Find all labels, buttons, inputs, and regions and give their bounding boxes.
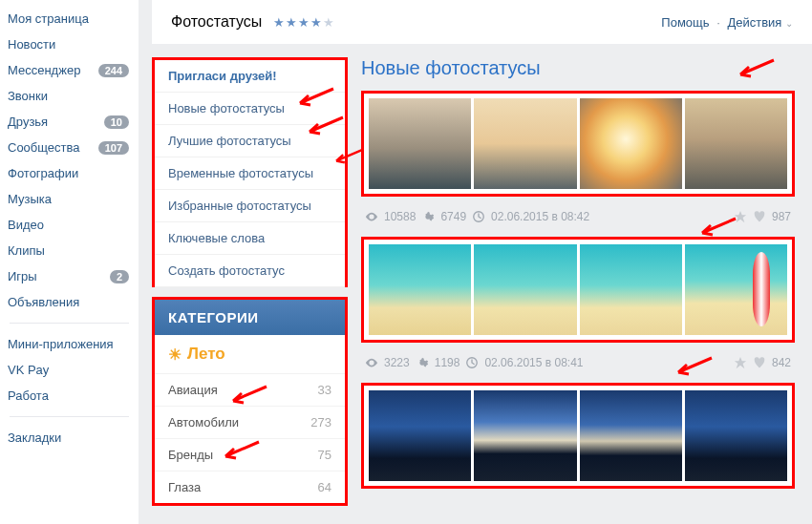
chevron-down-icon: ⌄: [785, 18, 793, 29]
nav-item[interactable]: Фотографии: [0, 160, 139, 186]
nav-item[interactable]: Закладки: [0, 425, 139, 451]
nav-item[interactable]: Мини-приложения: [0, 331, 139, 357]
nav-item-label: Объявления: [8, 295, 79, 309]
eye-icon: [365, 356, 378, 369]
photostatus-card[interactable]: [361, 237, 795, 343]
category-name: Автомобили: [168, 415, 239, 430]
sidebar-link[interactable]: Новые фотостатусы: [155, 93, 345, 125]
nav-item-label: VK Pay: [8, 363, 49, 377]
nav-badge: 2: [110, 270, 129, 283]
sidebar-link[interactable]: Создать фотостатус: [155, 255, 345, 287]
category-count: 64: [318, 480, 331, 494]
nav-item-label: Музыка: [8, 192, 52, 206]
nav-badge: 10: [104, 115, 129, 129]
photostatus-card[interactable]: [361, 91, 795, 197]
photostatus-card[interactable]: [361, 383, 795, 489]
nav-divider: [10, 323, 129, 324]
sidebar-link[interactable]: Избранные фотостатусы: [155, 190, 345, 222]
category-count: 33: [318, 383, 331, 397]
card-meta: 3223 1198 02.06.2015 в 08:41 842: [361, 348, 795, 383]
category-row[interactable]: Глаза64: [155, 471, 345, 503]
nav-item-label: Мини-приложения: [8, 337, 114, 351]
nav-item[interactable]: Клипы: [0, 238, 139, 263]
category-count: 75: [318, 448, 331, 462]
nav-item-label: Сообщества: [8, 140, 80, 155]
clock-icon: [465, 356, 479, 369]
category-row[interactable]: Бренды75: [155, 438, 345, 471]
nav-item[interactable]: Объявления: [0, 289, 139, 315]
sun-icon: ☀: [168, 346, 182, 364]
nav-item-label: Фотографии: [8, 166, 78, 180]
nav-badge: 107: [98, 141, 129, 155]
gears-count: 1198: [435, 356, 460, 369]
photostatus-image: [369, 390, 787, 481]
nav-item-label: Моя страница: [8, 11, 89, 26]
nav-badge: 244: [98, 64, 129, 77]
nav-item-label: Мессенджер: [8, 63, 80, 77]
category-name: Глаза: [168, 480, 201, 494]
left-nav: Моя страницаНовостиМессенджер244ЗвонкиДр…: [0, 0, 139, 524]
nav-item[interactable]: Сообщества107: [0, 135, 139, 160]
nav-item-label: Работа: [8, 388, 49, 403]
card-meta: 10588 6749 02.06.2015 в 08:42 987: [361, 202, 795, 237]
app-header: Фотостатусы ★★★★★ Помощь · Действия ⌄: [152, 0, 812, 44]
star-icon[interactable]: [734, 210, 747, 223]
photostatus-image: [369, 98, 787, 189]
nav-item[interactable]: Звонки: [0, 83, 139, 109]
date-text: 02.06.2015 в 08:41: [484, 356, 583, 369]
likes-count: 842: [772, 356, 791, 369]
category-row[interactable]: Авиация33: [155, 373, 345, 406]
heart-icon[interactable]: [753, 356, 766, 369]
heart-icon[interactable]: [753, 210, 766, 223]
nav-divider: [10, 416, 129, 417]
gears-count: 6749: [440, 210, 466, 223]
sidebar-link[interactable]: Ключевые слова: [155, 222, 345, 255]
sidebar-link[interactable]: Лучшие фотостатусы: [155, 125, 345, 157]
nav-item[interactable]: VK Pay: [0, 357, 139, 383]
page-title: Фотостатусы: [171, 13, 262, 31]
nav-item-label: Новости: [8, 37, 55, 52]
nav-item-label: Игры: [8, 269, 37, 283]
clock-icon: [472, 210, 485, 223]
nav-item[interactable]: Моя страница: [0, 6, 139, 31]
nav-item[interactable]: Мессенджер244: [0, 57, 139, 83]
gear-icon: [416, 356, 429, 369]
nav-item-label: Друзья: [8, 115, 48, 129]
nav-item-label: Видео: [8, 218, 44, 232]
category-count: 273: [310, 415, 331, 430]
sidebar-link[interactable]: Временные фотостатусы: [155, 157, 345, 190]
date-text: 02.06.2015 в 08:42: [491, 210, 589, 223]
photostatus-image: [369, 244, 787, 335]
feed-title: Новые фотостатусы: [361, 57, 795, 79]
likes-count: 987: [772, 210, 791, 223]
nav-item-label: Звонки: [8, 89, 48, 103]
nav-item[interactable]: Игры2: [0, 263, 139, 289]
gear-icon: [421, 210, 435, 223]
nav-item[interactable]: Новости: [0, 31, 139, 57]
category-name: Авиация: [168, 383, 218, 397]
nav-item[interactable]: Друзья10: [0, 109, 139, 135]
nav-item[interactable]: Работа: [0, 383, 139, 409]
views-count: 3223: [384, 356, 410, 369]
nav-item[interactable]: Видео: [0, 212, 139, 238]
actions-dropdown[interactable]: Действия ⌄: [727, 15, 793, 30]
category-featured[interactable]: ☀ Лето: [155, 335, 345, 373]
category-name: Бренды: [168, 448, 213, 462]
views-count: 10588: [384, 210, 416, 223]
invite-friends-link[interactable]: Пригласи друзей!: [155, 60, 345, 93]
nav-item[interactable]: Музыка: [0, 186, 139, 212]
help-link[interactable]: Помощь: [661, 15, 709, 30]
nav-item-label: Закладки: [8, 430, 61, 445]
nav-item-label: Клипы: [8, 243, 45, 258]
eye-icon: [365, 210, 378, 223]
rating-stars[interactable]: ★★★★★: [273, 15, 335, 30]
category-row[interactable]: Автомобили273: [155, 406, 345, 438]
star-icon[interactable]: [734, 356, 747, 369]
categories-header: КАТЕГОРИИ: [155, 300, 345, 335]
